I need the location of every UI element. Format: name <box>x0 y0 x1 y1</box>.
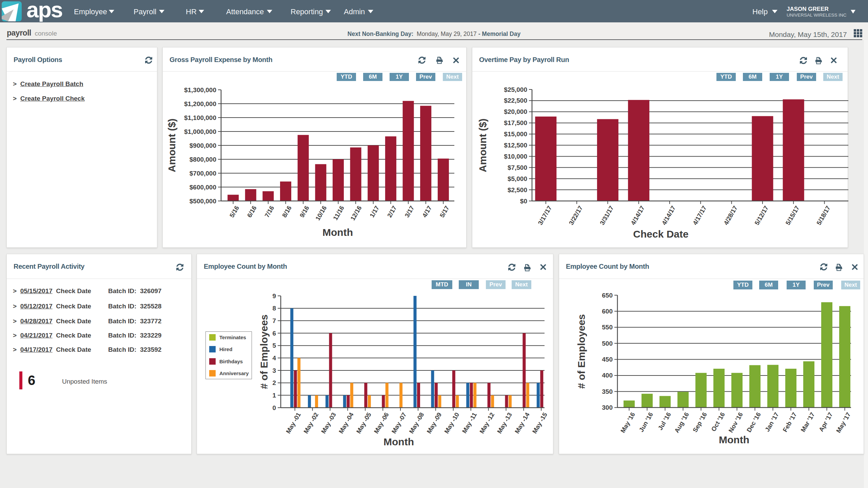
svg-text:Month: Month <box>322 227 353 238</box>
svg-text:6/16: 6/16 <box>245 205 258 219</box>
svg-text:1: 1 <box>272 392 276 399</box>
svg-text:Amount ($): Amount ($) <box>477 119 488 172</box>
svg-text:May -05: May -05 <box>355 411 373 435</box>
svg-text:$22,500: $22,500 <box>504 97 527 104</box>
svg-text:2: 2 <box>272 379 276 386</box>
svg-text:8: 8 <box>272 305 276 312</box>
svg-text:Apr '17: Apr '17 <box>817 411 834 433</box>
svg-text:4/14/17: 4/14/17 <box>629 205 646 226</box>
svg-text:$25,000: $25,000 <box>504 86 527 93</box>
svg-text:350: 350 <box>602 388 613 395</box>
svg-text:4: 4 <box>272 354 276 362</box>
svg-text:May -04: May -04 <box>337 411 355 435</box>
svg-text:May -10: May -10 <box>443 411 460 435</box>
svg-text:Aug '16: Aug '16 <box>673 411 690 434</box>
svg-text:3/17: 3/17 <box>403 205 415 219</box>
svg-text:May '16: May '16 <box>619 411 636 434</box>
svg-text:0: 0 <box>272 404 276 411</box>
svg-text:$1,000,000: $1,000,000 <box>184 128 216 135</box>
svg-text:May -02: May -02 <box>302 411 320 435</box>
svg-text:4/17: 4/17 <box>421 205 433 219</box>
svg-text:$800,000: $800,000 <box>190 156 216 163</box>
svg-text:9/16: 9/16 <box>298 205 310 219</box>
svg-text:3: 3 <box>272 367 276 374</box>
svg-text:$20,000: $20,000 <box>504 108 527 115</box>
svg-text:7: 7 <box>272 317 276 324</box>
svg-text:# of Employees: # of Employees <box>258 314 270 389</box>
svg-text:Nov '16: Nov '16 <box>727 411 744 434</box>
svg-text:600: 600 <box>602 308 613 315</box>
svg-text:$0: $0 <box>520 198 527 205</box>
svg-text:10/16: 10/16 <box>314 205 328 222</box>
svg-text:8/16: 8/16 <box>281 205 293 219</box>
svg-text:May -06: May -06 <box>373 411 390 435</box>
svg-text:650: 650 <box>602 292 613 299</box>
svg-text:3/31/17: 3/31/17 <box>598 205 615 226</box>
svg-text:9: 9 <box>272 292 276 300</box>
svg-text:450: 450 <box>602 356 613 363</box>
svg-text:May -13: May -13 <box>496 411 513 435</box>
svg-text:Check Date: Check Date <box>633 228 688 240</box>
svg-text:May -01: May -01 <box>284 411 302 435</box>
svg-text:5: 5 <box>272 342 276 349</box>
svg-text:Sep '16: Sep '16 <box>691 411 708 433</box>
svg-text:4/14/17: 4/14/17 <box>660 205 677 226</box>
svg-text:$700,000: $700,000 <box>190 170 216 177</box>
svg-text:May -09: May -09 <box>425 411 443 435</box>
svg-text:May -14: May -14 <box>513 411 531 435</box>
svg-text:May -15: May -15 <box>531 411 549 435</box>
svg-text:$5,000: $5,000 <box>508 175 527 182</box>
svg-text:5/12/17: 5/12/17 <box>753 205 770 226</box>
svg-text:Oct '16: Oct '16 <box>710 411 726 432</box>
svg-text:Jun '16: Jun '16 <box>637 411 654 433</box>
svg-text:May -08: May -08 <box>408 411 425 435</box>
svg-text:5/15/17: 5/15/17 <box>784 204 801 226</box>
svg-text:May -07: May -07 <box>390 411 408 435</box>
svg-text:$1,100,000: $1,100,000 <box>184 114 216 121</box>
svg-text:3/17/17: 3/17/17 <box>536 205 553 226</box>
svg-text:300: 300 <box>602 404 613 411</box>
svg-text:Amount ($): Amount ($) <box>166 119 177 172</box>
svg-text:4/17/17: 4/17/17 <box>691 205 708 226</box>
svg-text:$7,500: $7,500 <box>508 164 527 171</box>
svg-text:Mar '17: Mar '17 <box>799 411 816 433</box>
svg-text:$1,300,000: $1,300,000 <box>184 86 216 94</box>
svg-text:400: 400 <box>602 372 613 379</box>
svg-text:$900,000: $900,000 <box>190 142 216 149</box>
svg-text:May -03: May -03 <box>320 411 337 435</box>
svg-text:$600,000: $600,000 <box>190 184 216 191</box>
svg-text:$2,500: $2,500 <box>508 186 527 194</box>
svg-text:Feb '17: Feb '17 <box>781 411 798 433</box>
svg-text:2/17: 2/17 <box>386 205 398 219</box>
svg-text:$17,500: $17,500 <box>504 119 527 126</box>
svg-text:May '17: May '17 <box>835 411 852 434</box>
svg-text:$500,000: $500,000 <box>190 198 216 205</box>
svg-text:$10,000: $10,000 <box>504 153 527 160</box>
svg-text:11/16: 11/16 <box>332 205 346 222</box>
svg-text:May -11: May -11 <box>461 411 478 434</box>
svg-text:Dec '16: Dec '16 <box>745 411 762 433</box>
svg-text:550: 550 <box>602 324 613 331</box>
svg-text:Month: Month <box>719 434 749 445</box>
svg-text:$15,000: $15,000 <box>504 130 527 138</box>
svg-text:5/16: 5/16 <box>228 205 240 219</box>
svg-text:Jan '17: Jan '17 <box>764 411 780 433</box>
svg-text:5/18/17: 5/18/17 <box>815 205 832 226</box>
svg-text:12/16: 12/16 <box>349 205 363 222</box>
svg-text:# of Employees: # of Employees <box>576 314 587 389</box>
svg-text:500: 500 <box>602 340 613 347</box>
svg-text:5/17: 5/17 <box>438 205 451 219</box>
svg-text:Month: Month <box>383 436 414 447</box>
svg-text:3/22/17: 3/22/17 <box>568 205 584 226</box>
svg-text:4/28/17: 4/28/17 <box>722 205 739 226</box>
svg-text:6: 6 <box>272 330 276 337</box>
svg-text:May -12: May -12 <box>478 411 496 435</box>
svg-text:7/16: 7/16 <box>263 205 275 219</box>
svg-text:$1,200,000: $1,200,000 <box>184 100 216 107</box>
svg-text:$12,500: $12,500 <box>504 142 527 149</box>
svg-text:Jul '16: Jul '16 <box>656 411 672 431</box>
svg-text:1/17: 1/17 <box>368 205 380 219</box>
